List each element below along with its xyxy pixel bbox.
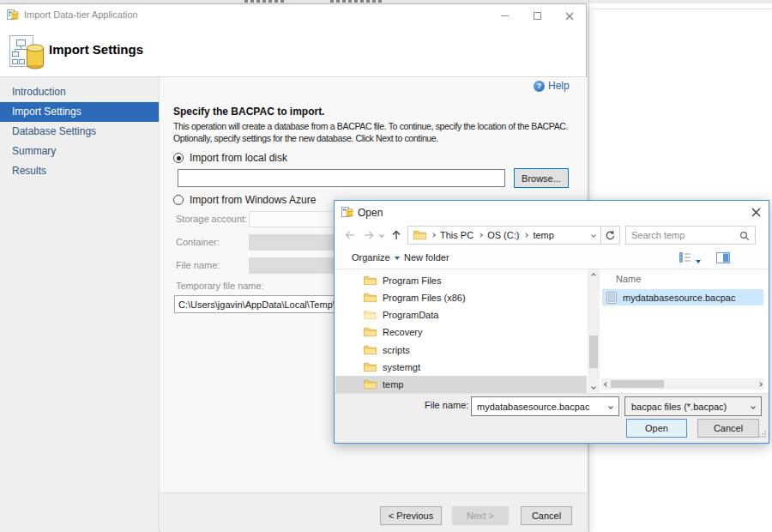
vertical-scrollbar[interactable] (588, 269, 600, 393)
wizard-cancel-button[interactable]: Cancel (521, 506, 572, 525)
wizard-titlebar[interactable]: Import Data-tier Application (0, 4, 586, 25)
breadcrumb-separator-icon (524, 233, 529, 238)
breadcrumb-temp[interactable]: temp (533, 230, 553, 240)
view-details-icon[interactable] (679, 252, 691, 265)
chevron-down-icon (751, 404, 756, 409)
page-title: Import Settings (49, 42, 143, 57)
container-label: Container: (176, 237, 220, 247)
previous-button[interactable]: < Previous (380, 506, 442, 525)
minimize-icon (501, 15, 509, 16)
dialog-cancel-button[interactable]: Cancel (697, 419, 759, 438)
sidebar-item-summary[interactable]: Summary (0, 142, 159, 161)
folder-icon (364, 362, 377, 372)
forward-button[interactable] (360, 226, 377, 245)
chevron-right-icon (757, 382, 763, 387)
dropdown-caret-icon (395, 257, 400, 260)
address-bar[interactable]: This PC OS (C:) temp (407, 226, 601, 245)
next-button[interactable]: Next > (452, 506, 509, 525)
breadcrumb-this-pc[interactable]: This PC (440, 230, 473, 240)
breadcrumb-separator-icon (431, 233, 436, 238)
folder-icon (413, 230, 426, 240)
radio-import-windows-azure[interactable]: Import from Windows Azure (173, 194, 316, 206)
chevron-down-icon (696, 260, 701, 263)
open-button[interactable]: Open (626, 419, 687, 438)
sidebar-item-import-settings[interactable]: Import Settings (0, 102, 159, 122)
folder-item-program-files[interactable]: Program Files (335, 272, 587, 289)
radio-import-local-disk[interactable]: Import from local disk (173, 152, 287, 164)
folder-item-programdata[interactable]: ProgramData (335, 306, 587, 323)
folder-item-program-files-x86[interactable]: Program Files (x86) (335, 289, 587, 306)
forward-icon (363, 230, 375, 240)
up-icon (391, 229, 401, 241)
description-line-2: Optionally, specify settings for the new… (173, 133, 438, 143)
file-name-label: File name: (425, 400, 468, 410)
file-name-combo[interactable] (471, 396, 619, 416)
search-box (625, 226, 756, 245)
folder-item-systemgt[interactable]: systemgt (335, 359, 587, 376)
open-dialog-icon (341, 206, 353, 221)
file-type-combo[interactable]: bacpac files (*.bacpac) (624, 396, 762, 416)
preview-pane-icon (716, 252, 730, 263)
resize-grip[interactable] (758, 428, 766, 440)
minimize-button[interactable] (493, 9, 516, 22)
description-line-1: This operation will create a database fr… (173, 121, 568, 131)
radio-selected-icon (173, 153, 184, 163)
azure-file-name-label: File name: (176, 260, 220, 270)
folder-icon (364, 275, 377, 286)
search-input[interactable] (626, 227, 736, 244)
bacpac-path-input[interactable] (178, 169, 505, 187)
close-button[interactable] (558, 9, 581, 22)
maximize-button[interactable] (526, 9, 548, 22)
scroll-down-button[interactable] (588, 381, 600, 393)
chevron-down-icon (379, 233, 384, 238)
up-button[interactable] (388, 226, 405, 245)
folder-item-scripts[interactable]: scripts (335, 342, 587, 359)
new-folder-button[interactable]: New folder (404, 252, 449, 263)
scrollbar-thumb[interactable] (611, 380, 664, 388)
refresh-icon (605, 230, 616, 241)
folder-item-recovery[interactable]: Recovery (335, 323, 587, 341)
file-name-input[interactable] (472, 402, 600, 412)
help-link[interactable]: Help (534, 80, 570, 92)
folder-icon (364, 310, 377, 320)
scroll-up-button[interactable] (588, 269, 600, 281)
chevron-up-icon (591, 273, 596, 278)
bacpac-file-icon (606, 292, 617, 304)
refresh-button[interactable] (601, 226, 620, 245)
wizard-sidebar: Introduction Import Settings Database Se… (0, 77, 160, 532)
help-label: Help (548, 80, 570, 92)
background-divider (592, 9, 772, 9)
organize-menu-button[interactable]: Organize (352, 252, 400, 263)
address-dropdown-icon[interactable] (591, 233, 596, 238)
folder-icon (364, 345, 377, 355)
scroll-right-button[interactable] (755, 378, 764, 390)
browse-button[interactable]: Browse... (514, 168, 569, 188)
clipped-background-text (330, 0, 383, 3)
import-settings-icon (9, 30, 45, 76)
sidebar-item-introduction[interactable]: Introduction (0, 82, 159, 102)
folder-icon (364, 293, 377, 303)
scroll-left-button[interactable] (601, 378, 611, 390)
window-title: Import Data-tier Application (24, 9, 138, 20)
dialog-close-button[interactable] (746, 204, 765, 220)
scrollbar-thumb[interactable] (589, 336, 598, 368)
file-item-bacpac[interactable]: mydatabasesource.bacpac (602, 289, 763, 305)
view-dropdown-button[interactable] (696, 255, 701, 267)
back-button[interactable] (341, 226, 359, 245)
open-dialog-title: Open (358, 207, 383, 219)
temporary-file-name-label: Temporary file name: (176, 281, 264, 291)
horizontal-scrollbar[interactable] (601, 378, 764, 390)
chevron-down-icon (591, 384, 596, 390)
dialog-toolbar (335, 246, 769, 269)
sidebar-item-database-settings[interactable]: Database Settings (0, 122, 159, 142)
sidebar-item-results[interactable]: Results (0, 161, 159, 181)
recent-locations-dropdown[interactable] (377, 226, 387, 245)
chevron-down-icon (608, 404, 613, 409)
name-column-header[interactable]: Name (616, 274, 641, 284)
radio-local-label: Import from local disk (190, 152, 287, 164)
radio-unselected-icon (173, 195, 184, 205)
breadcrumb-os-c[interactable]: OS (C:) (487, 230, 519, 240)
file-browser-area: Program Files Program Files (x86) Progra… (335, 269, 769, 393)
preview-pane-button[interactable] (716, 252, 730, 266)
folder-item-temp[interactable]: temp (335, 376, 587, 393)
